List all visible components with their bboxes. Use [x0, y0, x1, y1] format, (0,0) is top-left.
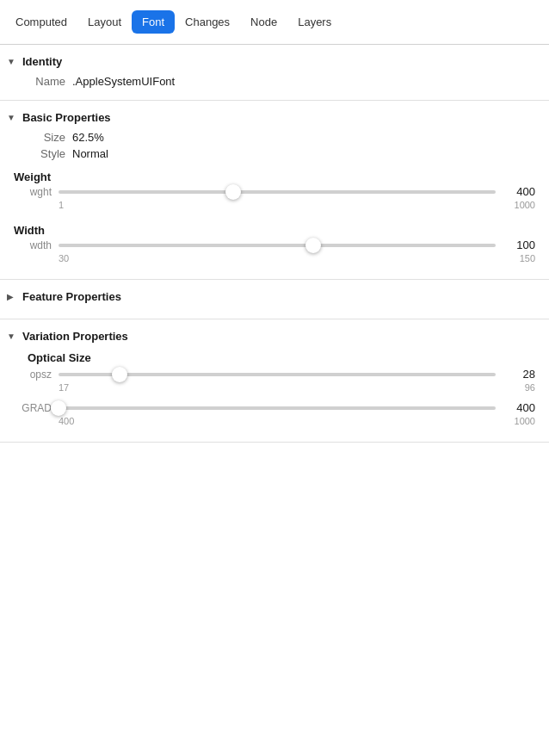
- width-name: Width: [14, 219, 535, 239]
- feature-properties-section: ▶ Feature Properties: [0, 280, 549, 319]
- opsz-axis-label: opsz: [14, 369, 52, 381]
- tab-node[interactable]: Node: [240, 10, 287, 34]
- identity-header[interactable]: ▼ Identity: [0, 52, 549, 73]
- width-max: 150: [520, 253, 535, 263]
- optical-size-slider-section: Optical Size opsz 28 17 96: [0, 348, 549, 393]
- identity-name-value: .AppleSystemUIFont: [72, 75, 175, 88]
- weight-max: 1000: [515, 200, 535, 210]
- variation-properties-section: ▼ Variation Properties Optical Size opsz…: [0, 319, 549, 443]
- grad-slider-track: [59, 406, 496, 410]
- feature-properties-arrow: ▶: [7, 292, 17, 301]
- opsz-slider-thumb[interactable]: [112, 367, 127, 382]
- tab-layout[interactable]: Layout: [77, 10, 132, 34]
- basic-properties-title: Basic Properties: [22, 111, 111, 124]
- size-row: Size 62.5%: [0, 129, 549, 146]
- opsz-slider-value: 28: [503, 368, 535, 381]
- weight-slider-value: 400: [503, 185, 535, 198]
- width-slider-track: [59, 244, 496, 247]
- basic-properties-section: ▼ Basic Properties Size 62.5% Style Norm…: [0, 101, 549, 280]
- style-label: Style: [14, 147, 65, 160]
- width-slider-thumb[interactable]: [305, 238, 321, 253]
- grad-slider-row: GRAD 400: [14, 401, 535, 414]
- width-slider-section: Width wdth 100 30 150: [0, 215, 549, 263]
- grad-slider-thumb[interactable]: [51, 400, 66, 416]
- width-min: 30: [59, 253, 69, 263]
- grad-range-row: 400 1000: [14, 416, 535, 426]
- identity-collapse-arrow: ▼: [7, 57, 17, 66]
- weight-name: Weight: [14, 165, 535, 185]
- identity-title: Identity: [22, 55, 62, 68]
- identity-section: ▼ Identity Name .AppleSystemUIFont: [0, 45, 549, 101]
- basic-properties-arrow: ▼: [7, 113, 17, 122]
- style-value: Normal: [72, 147, 108, 160]
- weight-range-row: 1 1000: [14, 200, 535, 210]
- feature-properties-title: Feature Properties: [22, 290, 121, 303]
- grad-max: 1000: [515, 416, 535, 426]
- opsz-max: 96: [525, 382, 535, 393]
- style-row: Style Normal: [0, 146, 549, 162]
- tab-bar: Computed Layout Font Changes Node Layers: [0, 0, 549, 45]
- opsz-slider-track-container: [59, 373, 496, 376]
- grad-axis-label: GRAD: [14, 402, 52, 414]
- size-label: Size: [14, 131, 65, 144]
- feature-properties-header[interactable]: ▶ Feature Properties: [0, 287, 549, 308]
- weight-slider-thumb[interactable]: [225, 184, 241, 200]
- width-axis-label: wdth: [14, 239, 52, 251]
- tab-layers[interactable]: Layers: [287, 10, 342, 34]
- opsz-range-row: 17 96: [14, 382, 535, 393]
- opsz-slider-track: [59, 373, 496, 376]
- optical-size-label: Optical Size: [14, 351, 535, 364]
- grad-min: 400: [59, 416, 74, 426]
- tab-font[interactable]: Font: [132, 10, 175, 34]
- grad-slider-section: GRAD 400 400 1000: [0, 398, 549, 426]
- grad-slider-track-container: [59, 406, 496, 410]
- variation-properties-header[interactable]: ▼ Variation Properties: [0, 326, 549, 348]
- width-slider-row: wdth 100: [14, 239, 535, 251]
- opsz-min: 17: [59, 382, 69, 393]
- grad-slider-value: 400: [503, 401, 535, 414]
- weight-slider-row: wght 400: [14, 185, 535, 198]
- width-range-row: 30 150: [14, 253, 535, 263]
- basic-properties-header[interactable]: ▼ Basic Properties: [0, 108, 549, 129]
- tab-computed[interactable]: Computed: [5, 10, 77, 34]
- weight-slider-track-container: [59, 190, 496, 194]
- width-slider-value: 100: [503, 239, 535, 251]
- weight-slider-track: [59, 190, 496, 194]
- weight-slider-section: Weight wght 400 1 1000: [0, 162, 549, 210]
- identity-name-row: Name .AppleSystemUIFont: [0, 73, 549, 90]
- weight-min: 1: [59, 200, 64, 210]
- size-value: 62.5%: [72, 131, 104, 144]
- weight-axis-label: wght: [14, 186, 52, 198]
- tab-changes[interactable]: Changes: [175, 10, 240, 34]
- variation-properties-arrow: ▼: [7, 332, 17, 341]
- identity-name-label: Name: [14, 75, 65, 88]
- opsz-slider-row: opsz 28: [14, 368, 535, 381]
- width-slider-track-container: [59, 244, 496, 247]
- variation-properties-title: Variation Properties: [22, 330, 128, 343]
